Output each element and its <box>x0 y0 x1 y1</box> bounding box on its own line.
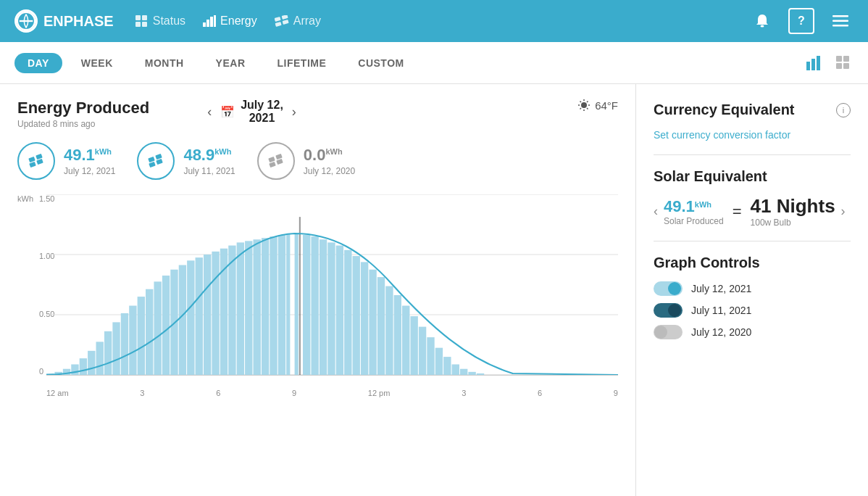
main-content: Energy Produced Updated 8 mins ago ‹ 📅 J… <box>0 84 868 496</box>
svg-rect-17 <box>832 25 848 27</box>
svg-rect-35 <box>275 154 283 160</box>
svg-rect-48 <box>96 342 104 375</box>
svg-rect-78 <box>336 246 343 375</box>
toggle-today[interactable] <box>654 281 683 296</box>
svg-rect-32 <box>149 162 157 168</box>
svg-rect-59 <box>187 260 194 375</box>
brand-name: ENPHASE <box>43 13 114 30</box>
svg-rect-87 <box>410 316 417 375</box>
energy-title: Energy Produced Updated 8 mins ago <box>17 99 149 129</box>
tab-day[interactable]: DAY <box>14 53 62 73</box>
solar-produced: 49.1kWh Solar Produced <box>664 197 724 226</box>
stat-values-today: 49.1kWh July 12, 2021 <box>64 146 115 176</box>
svg-rect-2 <box>135 15 141 20</box>
svg-rect-29 <box>36 159 43 165</box>
tab-month[interactable]: MONTH <box>132 53 197 73</box>
nights-produced: 41 Nights 100w Bulb <box>751 195 835 228</box>
svg-rect-62 <box>212 252 219 375</box>
stat-values-year-ago: 0.0kWh July 12, 2020 <box>304 146 355 176</box>
toggle-knob-yesterday <box>668 304 681 317</box>
svg-rect-13 <box>282 20 288 25</box>
svg-rect-91 <box>443 357 451 375</box>
menu-icon[interactable] <box>827 8 854 34</box>
svg-rect-55 <box>154 281 161 375</box>
toggle-year-ago[interactable] <box>654 325 683 339</box>
nav-status[interactable]: Status <box>135 15 185 28</box>
energy-stats: 49.1kWh July 12, 2021 48 <box>17 142 618 180</box>
info-icon[interactable]: i <box>836 103 851 117</box>
chart-inner <box>46 194 618 376</box>
svg-rect-10 <box>275 17 281 22</box>
svg-rect-31 <box>156 154 163 160</box>
svg-rect-74 <box>303 235 310 375</box>
help-icon[interactable]: ? <box>788 8 814 34</box>
svg-rect-92 <box>452 364 459 375</box>
svg-rect-36 <box>269 162 276 168</box>
toggle-yesterday[interactable] <box>654 303 683 318</box>
tab-custom[interactable]: CUSTOM <box>345 53 417 73</box>
brand-logo: ENPHASE <box>14 9 114 33</box>
date-navigation: ‹ 📅 July 12, 2021 › <box>207 99 296 125</box>
nav-array[interactable]: Array <box>275 15 321 28</box>
svg-rect-34 <box>268 157 275 162</box>
svg-rect-93 <box>460 369 467 375</box>
svg-rect-52 <box>129 306 136 375</box>
svg-rect-22 <box>843 56 849 62</box>
svg-rect-7 <box>206 20 209 27</box>
svg-rect-16 <box>832 20 848 22</box>
prev-arrow[interactable]: ‹ <box>207 104 212 120</box>
period-bar: DAY WEEK MONTH YEAR LIFETIME CUSTOM <box>0 42 868 84</box>
svg-rect-60 <box>196 257 203 375</box>
nav-energy[interactable]: Energy <box>203 15 257 28</box>
currency-title: Currency Equivalent <box>654 102 795 118</box>
currency-header: Currency Equivalent i <box>654 102 851 118</box>
svg-rect-94 <box>468 372 475 375</box>
svg-point-14 <box>761 25 764 28</box>
svg-rect-88 <box>419 327 426 375</box>
svg-rect-83 <box>377 277 385 375</box>
graph-control-yesterday: July 11, 2021 <box>654 303 851 318</box>
control-label-yesterday: July 11, 2021 <box>691 305 751 316</box>
svg-rect-79 <box>344 250 351 375</box>
bell-icon[interactable] <box>749 8 775 34</box>
stat-kwh-today: 49.1kWh <box>64 146 112 164</box>
stat-date-today: July 12, 2021 <box>64 166 115 176</box>
svg-rect-49 <box>104 331 112 375</box>
svg-rect-24 <box>843 63 849 69</box>
grid-view-icon[interactable] <box>833 53 854 73</box>
svg-rect-53 <box>138 297 145 375</box>
svg-rect-50 <box>112 322 120 375</box>
x-axis: 12 am 3 6 9 12 pm 3 6 9 <box>46 389 618 397</box>
svg-rect-18 <box>806 62 810 70</box>
tab-lifetime[interactable]: LIFETIME <box>264 53 340 73</box>
solar-prev-arrow[interactable]: ‹ <box>654 204 658 219</box>
tab-week[interactable]: WEEK <box>68 53 126 73</box>
solar-next-arrow[interactable]: › <box>841 204 846 219</box>
svg-rect-23 <box>836 63 842 69</box>
svg-rect-71 <box>286 233 290 375</box>
svg-rect-5 <box>142 22 147 27</box>
energy-chart-svg <box>46 194 618 375</box>
svg-rect-80 <box>353 256 360 375</box>
bar-chart-view-icon[interactable] <box>804 53 825 73</box>
control-label-year-ago: July 12, 2020 <box>691 326 751 338</box>
x-tick-3pm: 3 <box>462 389 466 397</box>
svg-rect-47 <box>88 351 95 375</box>
svg-rect-30 <box>149 157 156 162</box>
tab-year[interactable]: YEAR <box>203 53 259 73</box>
control-label-today: July 12, 2021 <box>691 283 751 294</box>
date-display: 📅 July 12, 2021 <box>220 99 283 125</box>
svg-point-25 <box>581 102 587 108</box>
svg-rect-11 <box>281 15 288 20</box>
next-arrow[interactable]: › <box>292 104 296 120</box>
chart-area: kWh 0 0.50 1.00 1.50 <box>17 194 618 397</box>
nights-sub: 100w Bulb <box>751 218 835 228</box>
x-tick-9: 9 <box>292 389 296 397</box>
graph-controls-title: Graph Controls <box>654 255 851 271</box>
svg-rect-73 <box>299 217 301 375</box>
top-navigation: ENPHASE Status Energy <box>0 0 868 42</box>
toggle-knob-today <box>668 282 681 295</box>
svg-rect-27 <box>36 154 43 160</box>
currency-link[interactable]: Set currency conversion factor <box>654 129 790 141</box>
svg-rect-9 <box>214 15 216 27</box>
